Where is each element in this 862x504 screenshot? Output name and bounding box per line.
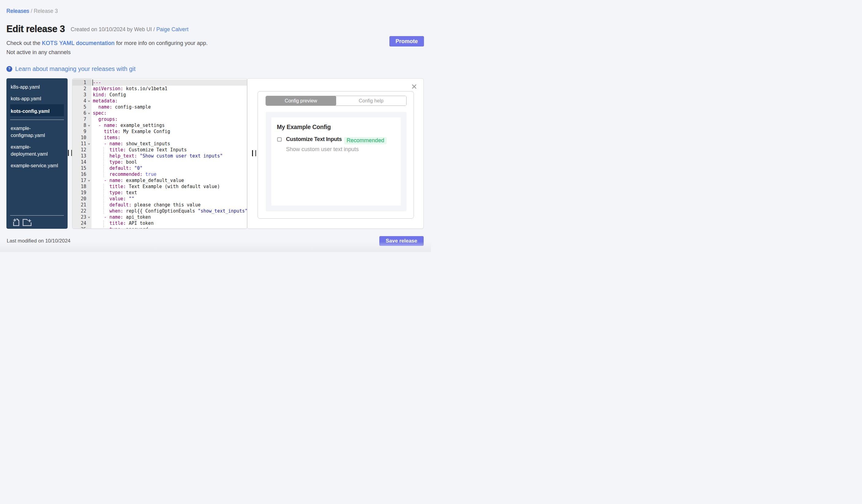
line-number: 5 — [73, 104, 86, 110]
config-card: My Example Config Customize Text Inputs … — [271, 117, 401, 205]
code-line[interactable]: 20 value: "" — [73, 196, 247, 202]
breadcrumb-current: / Release 3 — [29, 8, 58, 14]
code-line[interactable]: 10 items: — [73, 135, 247, 141]
customize-text-inputs-checkbox[interactable] — [277, 137, 282, 142]
line-number: 22 — [73, 208, 86, 214]
main-panes: k8s-app.yamlkots-app.yamlkots-config.yam… — [0, 78, 431, 228]
code-line[interactable]: 11 - name: show_text_inputs — [73, 141, 247, 147]
file-tree-item[interactable]: example-service.yaml — [10, 159, 64, 171]
preview-tabs: Config previewConfig help — [265, 96, 406, 106]
new-file-icon[interactable] — [13, 218, 19, 226]
line-number: 24 — [73, 220, 86, 226]
info-line: Check out the KOTS YAML documentation fo… — [6, 40, 208, 47]
config-preview-box: Config previewConfig help My Example Con… — [258, 91, 414, 219]
line-number: 19 — [73, 190, 86, 196]
sidebar-bottom — [10, 215, 64, 226]
line-number: 1 — [73, 80, 86, 85]
file-tree-item[interactable]: example-configmap.yaml — [10, 122, 64, 141]
code-line[interactable]: 6spec: — [73, 110, 247, 116]
kots-yaml-doc-link[interactable]: KOTS YAML documentation — [42, 40, 115, 46]
code-line[interactable]: 19 type: text — [73, 190, 247, 196]
line-number: 8 — [73, 122, 86, 129]
line-number: 12 — [73, 147, 86, 153]
line-number: 17 — [73, 177, 86, 184]
config-group-title: My Example Config — [277, 123, 331, 131]
learn-git-row: ?Learn about managing your releases with… — [6, 65, 135, 71]
promote-button[interactable]: Promote — [389, 36, 424, 47]
close-icon[interactable] — [412, 84, 417, 89]
tab-config-preview[interactable]: Config preview — [266, 96, 336, 106]
author-link[interactable]: Paige Calvert — [156, 26, 188, 32]
question-mark-icon: ? — [6, 66, 12, 72]
breadcrumb-releases-link[interactable]: Releases — [6, 8, 29, 14]
file-tree-item[interactable]: kots-app.yaml — [10, 92, 64, 104]
code-line[interactable]: 2apiVersion: kots.io/v1beta1 — [73, 85, 247, 92]
config-item-label: Customize Text Inputs — [286, 136, 342, 143]
recommended-badge: Recommended — [344, 137, 387, 144]
new-folder-icon[interactable] — [23, 219, 31, 226]
line-number: 3 — [73, 92, 86, 98]
code-lines: 1---2apiVersion: kots.io/v1beta13kind: C… — [73, 80, 247, 229]
fold-toggle-icon[interactable] — [88, 180, 90, 182]
fold-toggle-icon[interactable] — [88, 125, 90, 127]
code-line[interactable]: 4metadata: — [73, 98, 247, 104]
page-title: Edit release 3 — [6, 24, 65, 34]
line-number: 21 — [73, 202, 86, 208]
channel-status: Not active in any channels — [6, 49, 71, 56]
line-number: 6 — [73, 110, 86, 116]
file-list: k8s-app.yamlkots-app.yamlkots-config.yam… — [10, 80, 64, 171]
line-number: 10 — [73, 135, 86, 141]
tab-config-help[interactable]: Config help — [336, 96, 406, 106]
fold-toggle-icon[interactable] — [88, 217, 90, 218]
title-row: Edit release 3Created on 10/10/2024 by W… — [6, 24, 188, 34]
code-line[interactable]: 8 - name: example_settings — [73, 122, 247, 129]
edit-release-page: Releases / Release 3 Edit release 3Creat… — [0, 0, 431, 252]
line-number: 7 — [73, 116, 86, 122]
config-preview-body: My Example Config Customize Text Inputs … — [266, 112, 406, 211]
line-number: 15 — [73, 165, 86, 171]
line-number: 2 — [73, 85, 86, 92]
code-line[interactable]: 24 title: API token — [73, 220, 247, 226]
bottom-fade — [0, 242, 431, 252]
line-number: 23 — [73, 214, 86, 220]
line-number: 13 — [73, 153, 86, 159]
code-line[interactable]: 12 title: Customize Text Inputs — [73, 147, 247, 153]
code-line[interactable]: 7 groups: — [73, 116, 247, 122]
code-line[interactable]: 23 - name: api_token — [73, 214, 247, 220]
fold-toggle-icon[interactable] — [88, 101, 90, 102]
file-actions — [10, 218, 64, 226]
code-line[interactable]: 5 name: config-sample — [73, 104, 247, 110]
yaml-editor[interactable]: 1---2apiVersion: kots.io/v1beta13kind: C… — [72, 78, 247, 229]
code-line[interactable]: 15 default: "0" — [73, 165, 247, 171]
file-list-divider — [10, 120, 64, 120]
code-line[interactable]: 25 type: password — [73, 226, 247, 229]
code-line[interactable]: 13 help_text: "Show custom user text inp… — [73, 153, 247, 159]
pane-resize-handle-right[interactable] — [252, 150, 256, 156]
fold-toggle-icon[interactable] — [88, 143, 90, 145]
config-item-help: Show custom user text inputs — [286, 146, 359, 152]
line-number: 20 — [73, 196, 86, 202]
line-number: 11 — [73, 141, 86, 147]
code-line[interactable]: 22 when: repl{{ ConfigOptionEquals "show… — [73, 208, 247, 214]
file-tree-item[interactable]: example-deployment.yaml — [10, 141, 64, 159]
code-line[interactable]: 14 type: bool — [73, 159, 247, 165]
code-line[interactable]: 17 - name: example_default_value — [73, 177, 247, 184]
line-number: 14 — [73, 159, 86, 165]
code-line[interactable]: 3kind: Config — [73, 92, 247, 98]
editor-cursor — [92, 80, 93, 85]
code-line[interactable]: 9 title: My Example Config — [73, 129, 247, 135]
code-line[interactable]: 18 title: Text Example (with default val… — [73, 184, 247, 190]
pane-resize-handle-left[interactable] — [68, 150, 72, 156]
created-info: Created on 10/10/2024 by Web UI / Paige … — [71, 26, 188, 32]
line-number: 9 — [73, 129, 86, 135]
code-line[interactable]: 16 recommended: true — [73, 171, 247, 177]
line-number: 16 — [73, 171, 86, 177]
line-number: 18 — [73, 184, 86, 190]
file-tree-item[interactable]: k8s-app.yaml — [10, 80, 64, 92]
learn-git-link[interactable]: Learn about managing your releases with … — [15, 65, 136, 72]
fold-toggle-icon[interactable] — [88, 113, 90, 115]
line-number: 25 — [73, 226, 86, 229]
code-line[interactable]: 21 default: please change this value — [73, 202, 247, 208]
code-line[interactable]: 1--- — [73, 80, 247, 85]
file-tree-item[interactable]: kots-config.yaml — [10, 104, 64, 117]
